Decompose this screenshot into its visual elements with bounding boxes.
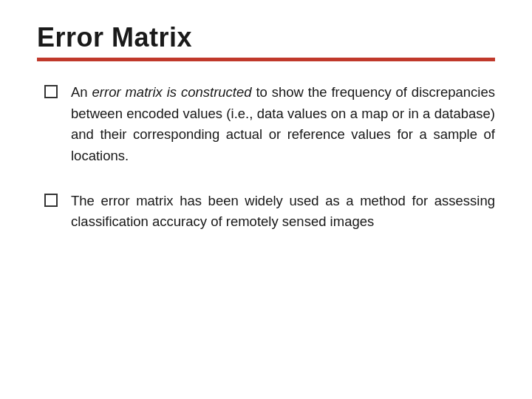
content-area: An error matrix is constructed to show t… (37, 82, 495, 233)
bullet-text-2: The error matrix has been widely used as… (71, 191, 495, 233)
bullet-checkbox-2 (44, 194, 58, 207)
bullet-text-1: An error matrix is constructed to show t… (71, 82, 495, 167)
bullet-checkbox-1 (44, 85, 58, 98)
title-bar (37, 58, 495, 61)
bullet-item-1: An error matrix is constructed to show t… (44, 82, 495, 167)
bullet-item-2: The error matrix has been widely used as… (44, 191, 495, 233)
slide-title: Error Matrix (37, 22, 495, 53)
slide: Error Matrix An error matrix is construc… (0, 0, 532, 399)
title-area: Error Matrix (37, 22, 495, 61)
